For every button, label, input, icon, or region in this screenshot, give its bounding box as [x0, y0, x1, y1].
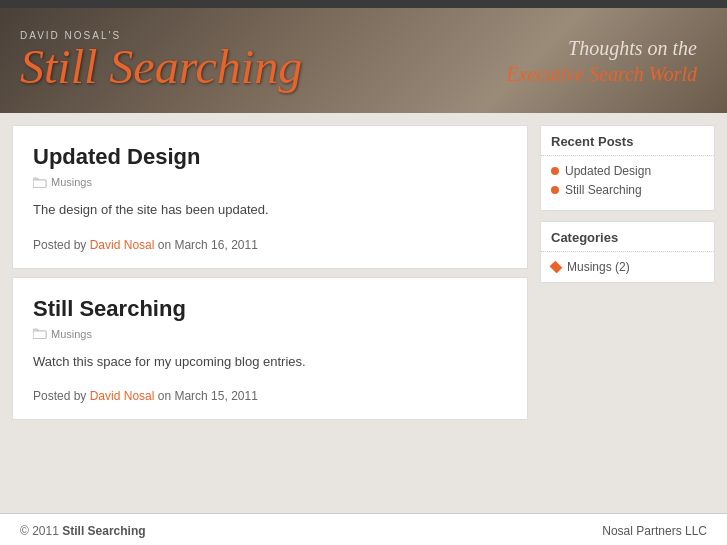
footer-company: Nosal Partners LLC — [602, 524, 707, 538]
tagline-line1: Thoughts on the — [506, 35, 697, 61]
post-category: Musings — [33, 176, 507, 188]
bullet-icon — [551, 167, 559, 175]
post-category-label: Musings — [51, 328, 92, 340]
post-card: Still Searching Musings Watch this space… — [12, 277, 528, 421]
list-item: Updated Design — [551, 164, 704, 178]
categories-title: Categories — [541, 222, 714, 252]
post-category-label: Musings — [51, 176, 92, 188]
content-area: Updated Design Musings The design of the… — [12, 125, 528, 501]
sidebar: Recent Posts Updated Design Still Search… — [540, 125, 715, 501]
site-title: Still Searching — [20, 43, 302, 91]
post-excerpt: Watch this space for my upcoming blog en… — [33, 352, 507, 372]
footer-site-link[interactable]: Still Searching — [62, 524, 145, 538]
post-date: March 15, 2011 — [174, 389, 257, 403]
post-meta: Posted by David Nosal on March 15, 2011 — [33, 389, 507, 403]
post-date: March 16, 2011 — [174, 238, 257, 252]
post-card: Updated Design Musings The design of the… — [12, 125, 528, 269]
post-excerpt: The design of the site has been updated. — [33, 200, 507, 220]
post-category: Musings — [33, 328, 507, 340]
site-header: DAVID NOSAL'S Still Searching Thoughts o… — [0, 8, 727, 113]
copyright-symbol: © 2011 — [20, 524, 59, 538]
post-title: Updated Design — [33, 144, 507, 170]
recent-posts-widget: Recent Posts Updated Design Still Search… — [540, 125, 715, 211]
footer-copyright: © 2011 Still Searching — [20, 524, 146, 538]
header-left: DAVID NOSAL'S Still Searching — [20, 30, 302, 91]
recent-post-link[interactable]: Updated Design — [565, 164, 651, 178]
recent-posts-title: Recent Posts — [541, 126, 714, 156]
post-meta-prefix: Posted by — [33, 238, 90, 252]
post-meta-on: on — [158, 389, 175, 403]
list-item: Musings (2) — [551, 260, 704, 274]
svg-rect-1 — [33, 331, 46, 339]
tagline-line2: Executive Search World — [506, 61, 697, 87]
post-meta-on: on — [158, 238, 175, 252]
post-title: Still Searching — [33, 296, 507, 322]
post-author-link[interactable]: David Nosal — [90, 389, 155, 403]
folder-icon — [33, 328, 47, 339]
category-link[interactable]: Musings (2) — [567, 260, 630, 274]
top-bar — [0, 0, 727, 8]
categories-content: Musings (2) — [541, 252, 714, 282]
site-footer: © 2011 Still Searching Nosal Partners LL… — [0, 513, 727, 545]
post-author-link[interactable]: David Nosal — [90, 238, 155, 252]
header-tagline: Thoughts on the Executive Search World — [506, 35, 697, 87]
post-meta: Posted by David Nosal on March 16, 2011 — [33, 238, 507, 252]
recent-posts-content: Updated Design Still Searching — [541, 156, 714, 210]
post-meta-prefix: Posted by — [33, 389, 90, 403]
folder-icon — [33, 177, 47, 188]
bullet-icon — [551, 186, 559, 194]
list-item: Still Searching — [551, 183, 704, 197]
svg-rect-0 — [33, 179, 46, 187]
categories-widget: Categories Musings (2) — [540, 221, 715, 283]
diamond-icon — [550, 261, 563, 274]
recent-post-link[interactable]: Still Searching — [565, 183, 642, 197]
main-container: Updated Design Musings The design of the… — [0, 113, 727, 513]
